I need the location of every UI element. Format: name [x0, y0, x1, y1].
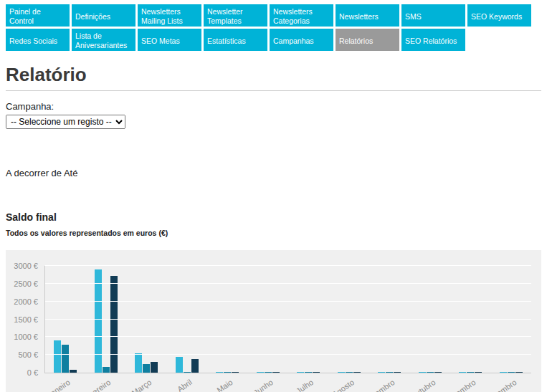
- bar-serie-1: [135, 353, 142, 373]
- y-axis-label: 1000 €: [14, 333, 38, 341]
- bar-group: [491, 266, 532, 373]
- gridline: [45, 265, 531, 266]
- nav-row-1: Painel de Control Definições Newsletters…: [6, 4, 541, 27]
- bar-serie-2: [143, 364, 150, 373]
- gridline: [45, 354, 531, 355]
- x-axis-label: Junho: [247, 373, 288, 392]
- campaign-label: Campanha:: [6, 101, 541, 112]
- chart-x-labels: JaneiroFevereiroMarçoAbrilMaioJunhoJulho…: [44, 373, 531, 392]
- x-axis-label: Setembro: [369, 373, 410, 392]
- y-axis-label: 3000 €: [14, 262, 38, 270]
- nav-newsletters-mailing-lists[interactable]: Newsletters Mailing Lists: [138, 4, 201, 27]
- bar-group: [410, 266, 451, 373]
- x-axis-label: Abril: [166, 373, 207, 392]
- gridline: [45, 283, 531, 284]
- x-axis-label: Julho: [287, 373, 328, 392]
- running-period-text: A decorrer de Até: [6, 168, 541, 178]
- x-axis-label: Fevereiro: [85, 373, 126, 392]
- y-axis-label: 0 €: [27, 368, 38, 377]
- bar-serie-3: [272, 372, 280, 373]
- nav-redes-sociais[interactable]: Redes Sociais: [6, 29, 70, 51]
- nav-newsletters[interactable]: Newsletters: [336, 4, 399, 27]
- bar-serie-2: [386, 372, 393, 373]
- chart-plot: 0 €500 €1000 €1500 €2000 €2500 €3000 €: [44, 266, 531, 373]
- nav-lista-de-aniversariantes[interactable]: Lista de Aniversariantes: [72, 29, 135, 51]
- bar-serie-2: [224, 372, 231, 373]
- x-axis-label: Outubro: [409, 373, 450, 392]
- gridline: [45, 301, 531, 302]
- bar-group: [167, 266, 208, 373]
- bar-serie-1: [54, 340, 61, 373]
- bar-group: [369, 266, 410, 373]
- bar-serie-2: [427, 372, 434, 373]
- nav-seo-relatorios[interactable]: SEO Relatórios: [401, 29, 465, 51]
- bar-serie-1: [419, 372, 426, 373]
- bar-serie-3: [434, 372, 442, 373]
- chart-inner: 0 €500 €1000 €1500 €2000 €2500 €3000 € J…: [44, 266, 531, 392]
- nav-painel-de-control[interactable]: Painel de Control: [6, 4, 70, 27]
- y-axis-label: 500 €: [18, 350, 38, 359]
- bar-group: [248, 266, 289, 373]
- bar-serie-1: [297, 372, 304, 373]
- nav-seo-keywords[interactable]: SEO Keywords: [467, 4, 531, 27]
- bar-serie-3: [191, 359, 199, 373]
- x-axis-label: Março: [125, 373, 166, 392]
- y-axis-label: 2000 €: [14, 297, 38, 306]
- bar-group: [450, 266, 491, 373]
- bar-group: [207, 266, 248, 373]
- title-divider: [6, 90, 541, 91]
- bar-serie-1: [500, 372, 507, 373]
- bar-group: [86, 266, 127, 373]
- gridline: [45, 336, 531, 337]
- bar-serie-2: [184, 372, 191, 373]
- gridline: [45, 319, 531, 320]
- x-axis-label: Dezembro: [490, 373, 531, 392]
- nav-newsletters-categorias[interactable]: Newsletters Categorias: [270, 4, 333, 27]
- bar-serie-1: [176, 357, 183, 373]
- bar-serie-2: [62, 345, 69, 373]
- y-axis-label: 2500 €: [14, 279, 38, 288]
- bar-serie-3: [313, 372, 320, 373]
- bar-group: [288, 266, 329, 373]
- main-nav: Painel de Control Definições Newsletters…: [6, 4, 541, 51]
- bar-serie-3: [353, 372, 361, 373]
- bar-serie-3: [232, 372, 239, 373]
- x-axis-label: Janeiro: [44, 373, 85, 392]
- bar-serie-2: [346, 372, 353, 373]
- nav-sms[interactable]: SMS: [401, 4, 465, 27]
- bar-serie-3: [151, 362, 158, 373]
- nav-row-2: Redes Sociais Lista de Aniversariantes S…: [6, 29, 541, 51]
- bar-serie-1: [338, 372, 345, 373]
- nav-estatisticas[interactable]: Estatísticas: [204, 29, 267, 51]
- nav-campanhas[interactable]: Campanhas: [270, 29, 333, 51]
- bar-serie-1: [216, 372, 223, 373]
- chart-groups: [45, 266, 531, 373]
- page-title: Relatório: [6, 64, 541, 86]
- bar-serie-2: [305, 372, 312, 373]
- bar-serie-3: [475, 372, 482, 373]
- campaign-select[interactable]: -- Seleccione um registo --: [6, 115, 125, 129]
- nav-newsletter-templates[interactable]: Newsletter Templates: [204, 4, 267, 27]
- saldo-final-chart: 0 €500 €1000 €1500 €2000 €2500 €3000 € J…: [6, 250, 541, 392]
- report-heading: Saldo final: [6, 211, 541, 223]
- x-axis-label: Novembro: [450, 373, 491, 392]
- nav-definicoes[interactable]: Definições: [72, 4, 135, 27]
- bar-serie-2: [265, 372, 272, 373]
- bar-group: [126, 266, 167, 373]
- bar-group: [329, 266, 370, 373]
- bar-serie-2: [103, 367, 110, 373]
- bar-serie-3: [70, 370, 77, 373]
- nav-relatorios[interactable]: Relatórios: [336, 29, 399, 51]
- bar-group: [45, 266, 86, 373]
- bar-serie-2: [508, 372, 515, 373]
- nav-seo-metas[interactable]: SEO Metas: [138, 29, 201, 51]
- y-axis-label: 1500 €: [14, 315, 38, 324]
- bar-serie-3: [394, 372, 401, 373]
- bar-serie-3: [110, 276, 118, 373]
- bar-serie-1: [378, 372, 385, 373]
- bar-serie-2: [467, 372, 474, 373]
- x-axis-label: Maio: [206, 373, 247, 392]
- x-axis-label: Agosto: [328, 373, 369, 392]
- bar-serie-3: [515, 372, 523, 373]
- chart-y-axis: 0 €500 €1000 €1500 €2000 €2500 €3000 €: [11, 266, 41, 373]
